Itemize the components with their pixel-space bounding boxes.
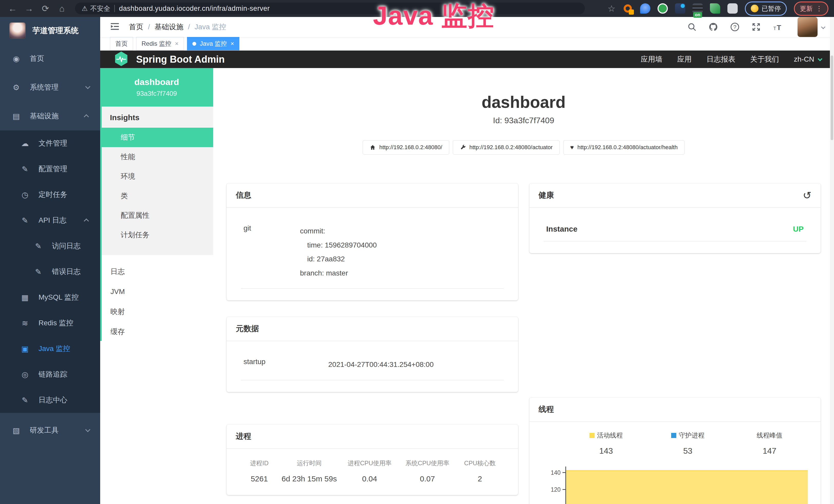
close-icon[interactable]: ×: [175, 40, 178, 47]
sba-item-details[interactable]: 细节: [100, 128, 213, 147]
tab-redis-monitor[interactable]: Redis 监控 ×: [136, 37, 184, 50]
breadcrumb-home[interactable]: 首页: [129, 22, 143, 32]
log-icon: ✎: [34, 242, 43, 251]
sidebar-item-java-monitor[interactable]: ▣ Java 监控: [0, 336, 100, 362]
sidebar-item-tracing[interactable]: ◎ 链路追踪: [0, 362, 100, 387]
info-key: git: [243, 224, 300, 280]
bookmark-star-icon[interactable]: ☆: [608, 3, 615, 14]
process-cpu-usage: 0.04: [341, 475, 399, 483]
sba-item-scheduled[interactable]: 计划任务: [100, 225, 213, 245]
extension-icon-grid[interactable]: [675, 3, 685, 14]
threads-legend-values: 143 53 147: [565, 446, 811, 456]
avatar[interactable]: [797, 17, 817, 37]
screen: ← → ⟳ ⌂ ⚠ 不安全 dashboard.yudao.iocoder.cn…: [0, 0, 834, 504]
sidebar-item-system[interactable]: ⚙ 系统管理: [0, 73, 100, 102]
extension-icon-leaf[interactable]: [710, 3, 720, 14]
column-header: 运行时间: [278, 459, 341, 467]
sidebar-item-access-logs[interactable]: ✎ 访问日志: [0, 233, 100, 259]
sba-item-environment[interactable]: 环境: [100, 167, 213, 186]
sidebar-item-label: 文件管理: [39, 138, 67, 148]
tab-home[interactable]: 首页: [110, 37, 133, 50]
app-menu: ◉ 首页 ⚙ 系统管理 ▤ 基础设施 ☁ 文件管理: [0, 44, 100, 445]
extension-icon-orange[interactable]: [622, 3, 633, 14]
extension-icon-switcher[interactable]: on: [693, 3, 703, 14]
live-threads-area: [566, 470, 808, 504]
hamburger-fold-icon[interactable]: [109, 21, 120, 33]
sba-nav-applications[interactable]: 应用: [677, 54, 692, 64]
sba-logo-icon: [113, 51, 129, 68]
sba-nav-wall[interactable]: 应用墙: [641, 54, 662, 64]
git-id-line: id: 27aa832: [300, 252, 377, 266]
sidebar-item-log-center[interactable]: ✎ 日志中心: [0, 387, 100, 413]
scrollbar-handle[interactable]: [831, 55, 833, 140]
sba-locale-select[interactable]: zh-CN: [794, 55, 821, 63]
browser-forward-icon[interactable]: →: [22, 2, 36, 16]
user-menu[interactable]: [797, 17, 825, 37]
sba-nav-journal[interactable]: 日志报表: [707, 54, 736, 64]
sidebar-item-mysql-monitor[interactable]: ▦ MySQL 监控: [0, 284, 100, 310]
sidebar-item-dev-tools[interactable]: ▧ 研发工具: [0, 416, 100, 445]
scrollbar-track[interactable]: [830, 17, 834, 504]
address-bar[interactable]: ⚠ 不安全 dashboard.yudao.iocoder.cn/infra/a…: [75, 3, 585, 15]
fullscreen-icon[interactable]: [751, 22, 761, 32]
sba-item-classes[interactable]: 类: [100, 186, 213, 206]
sidebar-item-scheduled-tasks[interactable]: ◷ 定时任务: [0, 182, 100, 207]
security-warning-icon: ⚠: [82, 5, 88, 13]
sba-brand[interactable]: Spring Boot Admin: [136, 54, 225, 65]
extension-icon-green-circle[interactable]: [658, 3, 668, 14]
browser-menu-icon[interactable]: ⋮: [816, 5, 822, 13]
sba-item-jvm[interactable]: JVM: [100, 282, 213, 302]
process-uptime: 6d 23h 15m 59s: [278, 475, 341, 483]
sidebar-item-home[interactable]: ◉ 首页: [0, 44, 100, 73]
sba-item-caches[interactable]: 缓存: [100, 322, 213, 342]
sidebar-item-config-management[interactable]: ✎ 配置管理: [0, 156, 100, 182]
breadcrumb-current: Java 监控: [195, 22, 226, 32]
sba-nav-about[interactable]: 关于我们: [750, 54, 779, 64]
sba-item-mappings[interactable]: 映射: [100, 302, 213, 322]
sba-item-metrics[interactable]: 性能: [100, 147, 213, 167]
browser-home-icon[interactable]: ⌂: [55, 2, 69, 16]
app-logo[interactable]: 芋道管理系统: [0, 17, 100, 44]
paused-badge[interactable]: 已暂停: [745, 2, 787, 16]
sba-content: dashboard Id: 93a3fc7f7409 http://192.16…: [213, 68, 834, 504]
sba-item-configprops[interactable]: 配置属性: [100, 206, 213, 225]
breadcrumb-separator: /: [188, 23, 190, 31]
tab-java-monitor[interactable]: Java 监控 ×: [187, 37, 239, 50]
health-card-title: 健康: [539, 190, 554, 201]
service-url-label: http://192.168.0.2:48080/: [379, 144, 442, 151]
sidebar-item-file-management[interactable]: ☁ 文件管理: [0, 131, 100, 156]
sidebar-item-infrastructure[interactable]: ▤ 基础设施: [0, 102, 100, 131]
infrastructure-submenu: ☁ 文件管理 ✎ 配置管理 ◷ 定时任务 ✎ API 日志: [0, 131, 100, 413]
history-icon[interactable]: ↺: [803, 190, 811, 201]
sidebar-item-error-logs[interactable]: ✎ 错误日志: [0, 259, 100, 284]
update-button[interactable]: 更新 ⋮: [794, 2, 828, 16]
column-header: 系统CPU使用率: [398, 459, 456, 467]
health-url-button[interactable]: ♥ http://192.168.0.2:48080/actuator/heal…: [563, 140, 684, 155]
help-icon[interactable]: ?: [730, 22, 740, 32]
metadata-card: 元数据 startup 2021-04-27T00:44:31.254+08:0…: [226, 317, 518, 392]
breadcrumb-section[interactable]: 基础设施: [155, 22, 183, 32]
actuator-url-button[interactable]: http://192.168.0.2:48080/actuator: [453, 140, 560, 155]
metadata-card-title: 元数据: [236, 323, 259, 334]
sidebar-item-api-logs[interactable]: ✎ API 日志: [0, 207, 100, 233]
monitor-icon: ▣: [20, 344, 30, 353]
process-card-title: 进程: [236, 431, 251, 442]
sidebar-item-redis-monitor[interactable]: ≋ Redis 监控: [0, 310, 100, 336]
font-size-icon[interactable]: TT: [772, 22, 784, 32]
wrench-icon: [460, 144, 466, 151]
github-icon[interactable]: [708, 22, 719, 32]
paused-label: 已暂停: [762, 4, 781, 13]
sba-instance-box[interactable]: dashboard 93a3fc7f7409: [100, 68, 213, 107]
dashboard-icon: ◉: [11, 54, 21, 63]
close-icon[interactable]: ×: [231, 40, 234, 47]
service-url-button[interactable]: http://192.168.0.2:48080/: [363, 140, 449, 155]
extension-icon-pin[interactable]: [640, 3, 650, 14]
browser-back-icon[interactable]: ←: [6, 2, 20, 16]
sba-instance-name: dashboard: [134, 77, 179, 87]
tab-label: 首页: [115, 40, 128, 48]
browser-reload-icon[interactable]: ⟳: [39, 2, 52, 16]
extensions-puzzle-icon[interactable]: [727, 3, 738, 14]
search-icon[interactable]: [687, 22, 697, 32]
tab-label: Java 监控: [200, 40, 227, 48]
sba-item-logfile[interactable]: 日志: [100, 261, 213, 282]
